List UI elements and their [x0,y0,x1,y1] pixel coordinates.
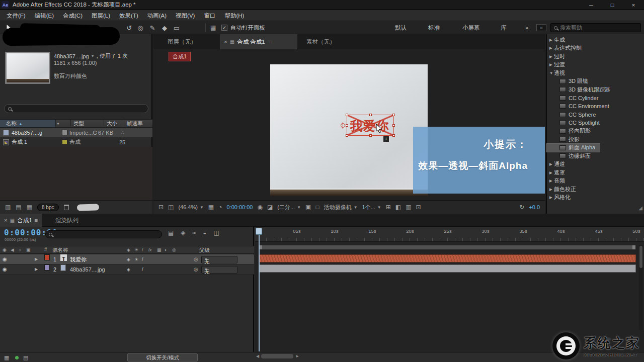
vertical-scrollbar[interactable] [639,245,643,330]
horizontal-scrollbar[interactable]: ◀ ► [256,354,299,358]
lock-column-icon[interactable]: ▣ [26,246,31,253]
draft-3d-icon[interactable]: ◈ [181,229,185,236]
workspace-small-screen[interactable]: 小屏幕 [462,21,480,34]
collapse-switch[interactable]: ☀ [134,254,138,264]
transform-handle[interactable] [369,114,372,116]
transparency-grid-icon[interactable]: □ [315,204,319,211]
effects-group[interactable]: ▶音频 [547,177,644,186]
show-channel-icon[interactable]: ◪ [267,204,273,211]
quality-switch-icon[interactable]: / [142,246,143,253]
menu-effect[interactable]: 效果(T) [115,10,143,21]
comp-mini-flowchart-chip[interactable]: 合成1 [169,52,191,61]
pen-tool-icon[interactable]: ✎ [147,21,158,34]
workspace-default[interactable]: 默认 [395,21,407,34]
pick-whip-icon[interactable]: ◎ [194,254,198,264]
scroll-right-icon[interactable]: ► [295,354,299,358]
layer-name[interactable]: 48ba357....jpg [70,264,105,275]
effects-group[interactable]: ▶生成 [547,36,644,44]
effect-item[interactable]: 投影 [547,135,644,144]
work-area-bar[interactable] [259,245,636,250]
eye-column-icon[interactable]: ◉ [3,246,7,253]
effects-group[interactable]: ▶遮罩 [547,168,644,177]
close-icon[interactable]: × [4,217,8,223]
scrollbar-thumb[interactable] [261,354,293,358]
shy-switch-icon[interactable]: ◈ [127,246,130,253]
scrollbar-thumb[interactable] [639,246,642,268]
effect-item[interactable]: CC Spotlight [547,119,644,127]
workspace-standard[interactable]: 标准 [428,21,440,34]
effect-item[interactable]: 3D 眼镜 [547,77,644,86]
effects-group[interactable]: ▶表达式控制 [547,44,644,53]
effects-switch-icon[interactable]: fx [148,246,152,253]
layer-name[interactable]: 我爱你 [70,254,87,264]
motion-blur-icon[interactable]: ◫ [213,229,219,236]
grid-guides-icon[interactable]: ▦ [208,204,214,211]
menu-edit[interactable]: 编辑(E) [30,10,58,21]
motion-blur-switch-icon[interactable]: ◐ [165,246,167,253]
timeline-search[interactable] [45,230,162,238]
new-folder-icon[interactable]: ▤ [16,204,21,211]
frame-blending-icon[interactable]: ◒ [203,229,206,236]
transform-handle[interactable] [392,134,395,137]
scroll-left-icon[interactable]: ◀ [256,354,259,358]
layer-row-selected[interactable]: ◉ ▶ 1 T 我爱你 ◈ ☀ / ◎ 无 ▼ [0,254,254,264]
tab-footage[interactable]: 素材（无） [306,34,336,49]
exposure-value[interactable]: +0.0 [529,204,540,210]
tab-layer[interactable]: 图层（无） [168,34,197,49]
camera-select[interactable]: 活动摄像机 [324,204,352,211]
menu-layer[interactable]: 图层(L) [87,10,115,21]
frame-blend-switch-icon[interactable]: ▦ [157,246,162,253]
playhead[interactable] [256,228,262,351]
label-color-chip[interactable] [44,254,50,260]
parent-select[interactable]: 无 ▼ [201,256,237,263]
pixel-aspect-icon[interactable]: ⊞ [386,204,391,211]
workspace-overflow-icon[interactable]: » [525,21,528,34]
resolution-select[interactable]: (二分... [277,204,295,211]
effect-item[interactable]: CC Sphere [547,111,644,119]
visibility-icon[interactable]: ◉ [3,254,7,264]
project-search-input[interactable] [14,106,135,112]
transform-handle[interactable] [392,124,395,127]
adjustment-switch-icon[interactable]: ◎ [172,246,176,253]
effect-item[interactable]: 边缘斜面 [547,152,644,160]
audio-column-icon[interactable]: ◀ [11,246,14,253]
expander-icon[interactable]: ▶ [35,264,38,275]
hide-shy-layers-icon[interactable]: ≈ [193,229,196,236]
composition-flow-icon[interactable]: ⊡ [416,204,421,211]
label-color-chip[interactable] [62,139,67,145]
menu-composition[interactable]: 合成(C) [58,10,87,21]
shy-switch[interactable]: ◈ [127,264,130,275]
column-name[interactable]: 名称▲ [0,120,55,127]
stamp-tool-icon[interactable]: ▭ [171,21,182,34]
transform-handle[interactable] [346,134,348,137]
help-search-input[interactable] [560,25,630,31]
region-of-interest-icon[interactable]: ▣ [305,204,311,211]
visibility-icon[interactable]: ◉ [3,264,7,275]
composition-canvas[interactable]: 我爱你 + [270,64,428,196]
effect-item[interactable]: 3D 摄像机跟踪器 [547,85,644,94]
layer1-duration-bar[interactable] [259,254,636,262]
auto-open-checkbox[interactable]: ✓ [221,25,227,31]
label-color-chip[interactable] [62,130,67,135]
effects-group[interactable]: ▶过渡 [547,61,644,69]
maximize-button[interactable]: □ [602,0,623,10]
menu-animation[interactable]: 动画(A) [143,10,171,21]
timeline-search-input[interactable] [55,231,150,237]
live-update-icon[interactable]: ▦ [4,352,9,362]
label-column-icon[interactable]: ● [57,120,59,127]
transform-handle[interactable] [369,134,372,137]
column-type[interactable]: 类型 [73,120,84,127]
effect-item[interactable]: 径向阴影 [547,127,644,136]
expander-icon[interactable]: ▶ [35,254,38,264]
transform-handle[interactable] [392,114,395,116]
camera-tool-icon[interactable]: ◎ [135,21,146,34]
audio-mute-icon[interactable]: ▤ [23,352,28,362]
magnification-select[interactable]: (46.4%) [178,204,198,210]
time-ruler[interactable]: 0s 05s 10s 15s 20s 25s 30s 35s 40s 45s 5… [255,227,644,242]
rotation-tool-icon[interactable]: ↺ [124,21,135,34]
menu-help[interactable]: 帮助(H) [220,10,249,21]
selected-text-layer[interactable]: 我爱你 [347,115,394,136]
column-source-name[interactable]: 源名称 [52,246,68,253]
project-row-footage[interactable]: 48ba357....g Importe...G 67 KB ∴ [0,128,152,137]
menu-view[interactable]: 视图(V) [171,10,199,21]
